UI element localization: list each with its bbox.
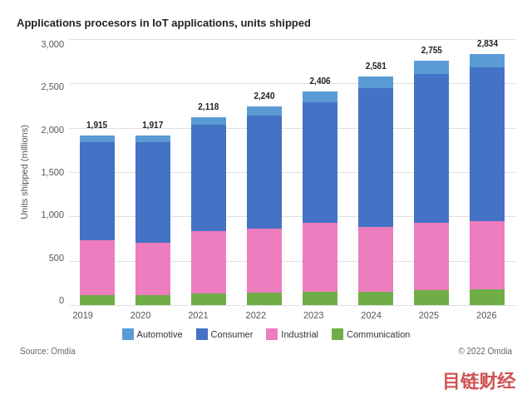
bar-group-2019: 1,915 — [69, 39, 125, 305]
bar-segment-communication-2020 — [135, 295, 170, 305]
bar-group-2021: 2,118 — [180, 39, 236, 305]
bar-segment-automotive-2026 — [470, 54, 505, 68]
legend-label-automotive: Automotive — [137, 329, 183, 339]
plot-area: 1,9151,9172,1182,2402,4062,5812,7552,834 — [69, 39, 515, 305]
y-tick-5: 2,500 — [32, 81, 64, 91]
bar-segment-consumer-2023 — [303, 102, 337, 223]
bar-segment-automotive-2024 — [358, 76, 393, 88]
bar-stack-2023: 2,406 — [303, 91, 337, 305]
legend-color-automotive — [122, 328, 134, 340]
bar-segment-communication-2021 — [191, 293, 226, 305]
source-label: Source: Omdia — [20, 347, 76, 356]
y-tick-1: 500 — [32, 253, 64, 263]
bar-total-label-2026: 2,834 — [477, 39, 498, 48]
bar-segment-industrial-2022 — [247, 229, 282, 293]
legend-label-industrial: Industrial — [281, 329, 318, 339]
x-label-2026: 2026 — [458, 310, 515, 320]
bar-segment-industrial-2019 — [80, 240, 115, 295]
bar-total-label-2021: 2,118 — [198, 102, 219, 111]
bar-segment-consumer-2025 — [414, 74, 449, 223]
bar-segment-consumer-2021 — [191, 125, 226, 231]
x-label-2020: 2020 — [111, 310, 169, 320]
bar-segment-communication-2024 — [358, 292, 393, 305]
bar-segment-consumer-2026 — [470, 67, 505, 221]
bar-group-2024: 2,581 — [348, 39, 404, 305]
bar-segment-automotive-2025 — [414, 61, 449, 73]
bar-stack-2021: 2,118 — [191, 117, 226, 305]
bar-segment-industrial-2024 — [358, 227, 393, 292]
y-tick-2: 1,000 — [32, 210, 64, 219]
legend: AutomotiveConsumerIndustrialCommunicatio… — [17, 328, 515, 340]
grid-line-0 — [69, 305, 515, 306]
bar-group-2026: 2,834 — [460, 39, 515, 305]
bar-total-label-2023: 2,406 — [310, 76, 331, 86]
bar-segment-automotive-2019 — [80, 136, 115, 142]
bar-group-2023: 2,406 — [293, 39, 348, 305]
bar-segment-industrial-2021 — [191, 231, 226, 293]
y-axis: 3,000 2,500 2,000 1,500 1,000 500 0 — [32, 39, 69, 305]
x-labels: 20192020202120222023202420252026 — [17, 310, 515, 320]
bar-segment-industrial-2020 — [135, 243, 170, 295]
legend-label-communication: Communication — [347, 329, 410, 339]
y-tick-6: 3,000 — [32, 39, 64, 49]
bar-stack-2020: 1,917 — [135, 136, 170, 305]
bar-segment-communication-2022 — [247, 293, 282, 305]
legend-label-consumer: Consumer — [211, 329, 254, 339]
bar-segment-consumer-2020 — [135, 142, 170, 244]
x-label-2021: 2021 — [170, 310, 227, 320]
footer: Source: Omdia © 2022 Omdia — [17, 347, 515, 356]
bar-total-label-2022: 2,240 — [254, 91, 274, 101]
bar-total-label-2024: 2,581 — [366, 62, 387, 71]
legend-color-communication — [332, 328, 343, 340]
bar-segment-consumer-2022 — [247, 116, 282, 229]
watermark: 目链财经 — [442, 369, 515, 394]
copyright-label: © 2022 Omdia — [458, 347, 512, 356]
y-tick-3: 1,500 — [32, 167, 64, 177]
bar-total-label-2020: 1,917 — [142, 121, 163, 130]
x-label-2022: 2022 — [227, 310, 284, 320]
bar-group-2020: 1,917 — [125, 39, 180, 305]
x-label-2023: 2023 — [285, 310, 342, 320]
bars-row: 1,9151,9172,1182,2402,4062,5812,7552,834 — [69, 39, 515, 305]
bar-stack-2019: 1,915 — [80, 136, 115, 305]
chart-title: Applications procesors in IoT applicatio… — [17, 17, 515, 29]
bar-group-2025: 2,755 — [404, 39, 460, 305]
bar-segment-consumer-2024 — [358, 88, 393, 227]
y-axis-label: Units shipped (millions) — [19, 125, 29, 219]
bar-stack-2024: 2,581 — [358, 76, 393, 305]
bar-total-label-2019: 1,915 — [86, 121, 107, 130]
bar-group-2022: 2,240 — [236, 39, 292, 305]
bar-segment-communication-2025 — [414, 290, 449, 305]
bar-segment-communication-2019 — [80, 295, 115, 305]
bar-total-label-2025: 2,755 — [421, 46, 442, 55]
legend-item-consumer: Consumer — [196, 328, 254, 340]
bar-stack-2026: 2,834 — [470, 54, 505, 305]
legend-item-industrial: Industrial — [266, 328, 318, 340]
bar-segment-automotive-2020 — [135, 136, 170, 142]
bar-stack-2022: 2,240 — [247, 106, 282, 305]
bar-segment-industrial-2026 — [470, 221, 505, 289]
bar-stack-2025: 2,755 — [414, 61, 449, 305]
legend-color-consumer — [196, 328, 208, 340]
chart-container: Applications procesors in IoT applicatio… — [0, 0, 532, 419]
bar-segment-communication-2026 — [470, 289, 505, 305]
bar-segment-automotive-2021 — [191, 117, 226, 125]
bar-segment-consumer-2019 — [80, 142, 115, 240]
bar-segment-automotive-2023 — [303, 91, 337, 101]
y-tick-0: 0 — [32, 295, 64, 305]
bar-segment-automotive-2022 — [247, 106, 282, 116]
bar-segment-communication-2023 — [303, 292, 337, 305]
legend-item-communication: Communication — [332, 328, 410, 340]
legend-item-automotive: Automotive — [122, 328, 183, 340]
bar-segment-industrial-2025 — [414, 223, 449, 290]
x-label-2019: 2019 — [54, 310, 111, 320]
x-label-2025: 2025 — [400, 310, 457, 320]
bar-segment-industrial-2023 — [303, 223, 337, 292]
x-label-2024: 2024 — [342, 310, 400, 320]
legend-color-industrial — [266, 328, 278, 340]
y-tick-4: 2,000 — [32, 125, 64, 135]
